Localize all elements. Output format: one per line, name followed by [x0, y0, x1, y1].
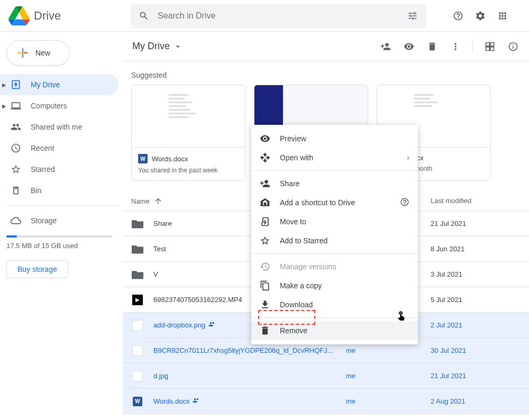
apps-icon[interactable] — [496, 10, 509, 22]
image-icon — [131, 344, 144, 357]
suggested-title: Suggested — [123, 61, 529, 85]
search-bar[interactable] — [130, 4, 426, 28]
folder-icon — [131, 243, 144, 255]
sidebar-item-label: Recent — [31, 144, 54, 152]
open-with-icon — [260, 152, 270, 163]
my-drive-icon — [11, 79, 21, 90]
info-icon[interactable] — [507, 40, 519, 53]
header: Drive — [0, 0, 529, 32]
buy-storage-button[interactable]: Buy storage — [6, 260, 68, 278]
computers-icon — [11, 101, 21, 111]
sidebar-item-shared[interactable]: Shared with me — [0, 116, 118, 138]
col-date-header[interactable]: Last modified — [431, 197, 521, 205]
sidebar-item-label: Starred — [31, 165, 55, 174]
sort-arrow-icon — [154, 197, 162, 205]
menu-share[interactable]: Share — [251, 174, 418, 193]
star-icon — [11, 164, 21, 175]
trash-icon — [260, 325, 270, 336]
storage-used-text: 17.5 MB of 15 GB used — [6, 242, 112, 250]
docx-icon: W — [138, 154, 148, 163]
file-name: d.jpg — [153, 372, 346, 380]
sidebar-item-storage[interactable]: Storage — [0, 210, 118, 231]
expand-arrow-icon[interactable]: ▶ — [2, 103, 6, 109]
sidebar-item-my-drive[interactable]: ▶ My Drive — [0, 74, 118, 95]
preview-eye-icon[interactable] — [403, 40, 415, 53]
sidebar-item-label: Computers — [31, 102, 67, 110]
file-date: 30 Jul 2021 — [431, 346, 521, 354]
help-icon[interactable] — [400, 197, 409, 208]
table-row[interactable]: WWords.docxme2 Aug 2021 — [123, 389, 529, 414]
recent-icon — [11, 143, 21, 153]
suggested-card[interactable]: WWords.docx You shared in the past week — [131, 85, 245, 181]
person-add-icon — [260, 178, 270, 189]
expand-arrow-icon[interactable]: ▶ — [2, 82, 6, 88]
menu-versions: Manage versions — [251, 257, 418, 276]
menu-shortcut[interactable]: Add a shortcut to Drive — [251, 193, 418, 212]
sidebar-item-label: Shared with me — [31, 123, 82, 131]
shared-badge-icon — [208, 321, 216, 330]
plus-icon — [16, 47, 29, 59]
logo-area[interactable]: Drive — [8, 5, 120, 26]
file-owner: me — [346, 346, 431, 354]
folder-shared-icon — [131, 268, 144, 281]
docx-icon: W — [131, 395, 144, 408]
settings-icon[interactable] — [474, 10, 487, 22]
eye-icon — [260, 133, 270, 144]
menu-download[interactable]: Download — [251, 295, 418, 314]
help-icon[interactable] — [452, 10, 464, 22]
image-icon — [131, 370, 144, 382]
file-name: Words.docx — [153, 397, 346, 406]
copy-icon — [260, 280, 270, 291]
new-button[interactable]: New — [6, 40, 70, 66]
move-icon — [260, 216, 270, 227]
image-icon — [131, 319, 144, 332]
menu-copy[interactable]: Make a copy — [251, 276, 418, 295]
sidebar-item-computers[interactable]: ▶ Computers — [0, 95, 118, 116]
shared-icon — [11, 122, 21, 132]
share-person-icon[interactable] — [379, 40, 392, 53]
new-button-label: New — [35, 49, 50, 57]
trash-icon[interactable] — [426, 40, 439, 53]
toolbar: My Drive — [123, 32, 529, 61]
file-date: 21 Jul 2021 — [431, 372, 521, 380]
sidebar-item-label: My Drive — [31, 80, 60, 89]
file-owner: me — [346, 397, 431, 405]
context-menu: Preview Open with› Share Add a shortcut … — [251, 125, 418, 344]
bin-icon — [11, 185, 21, 196]
folder-icon — [131, 217, 144, 230]
search-icon[interactable] — [138, 10, 150, 22]
file-date: 8 Jun 2021 — [431, 245, 521, 253]
cloud-icon — [11, 215, 21, 226]
shortcut-icon — [260, 197, 270, 208]
sidebar-item-bin[interactable]: Bin — [0, 180, 118, 201]
search-options-icon[interactable] — [406, 10, 419, 22]
path-label: My Drive — [132, 41, 170, 52]
star-outline-icon — [260, 235, 270, 246]
file-date: 2 Aug 2021 — [431, 397, 521, 405]
more-icon[interactable] — [449, 40, 462, 53]
sidebar-item-recent[interactable]: Recent — [0, 138, 118, 159]
file-date: 21 Jul 2021 — [431, 220, 521, 227]
menu-remove[interactable]: Remove — [251, 321, 418, 340]
menu-star[interactable]: Add to Starred — [251, 231, 418, 250]
file-date: 3 Jul 2021 — [431, 270, 521, 278]
shared-badge-icon — [193, 397, 200, 406]
grid-view-icon[interactable] — [484, 40, 496, 53]
download-icon — [260, 299, 270, 310]
drive-logo-icon — [8, 5, 30, 26]
file-name: B9CR82Cn7011Lr7xhsg5ltyjYGDPE206q_ld_Dcv… — [153, 346, 346, 354]
toolbar-actions — [379, 40, 519, 53]
storage-bar — [6, 235, 112, 238]
menu-preview[interactable]: Preview — [251, 129, 418, 148]
chevron-right-icon: › — [407, 153, 409, 162]
table-row[interactable]: d.jpgme21 Jul 2021 — [123, 363, 529, 389]
breadcrumb[interactable]: My Drive — [132, 41, 183, 52]
menu-move[interactable]: Move to — [251, 212, 418, 231]
header-actions — [452, 10, 509, 22]
file-owner: me — [346, 372, 431, 380]
divider — [6, 205, 118, 206]
menu-open-with[interactable]: Open with› — [251, 148, 418, 167]
file-date: 5 Jul 2021 — [431, 296, 521, 304]
search-input[interactable] — [158, 11, 399, 21]
sidebar-item-starred[interactable]: Starred — [0, 159, 118, 180]
